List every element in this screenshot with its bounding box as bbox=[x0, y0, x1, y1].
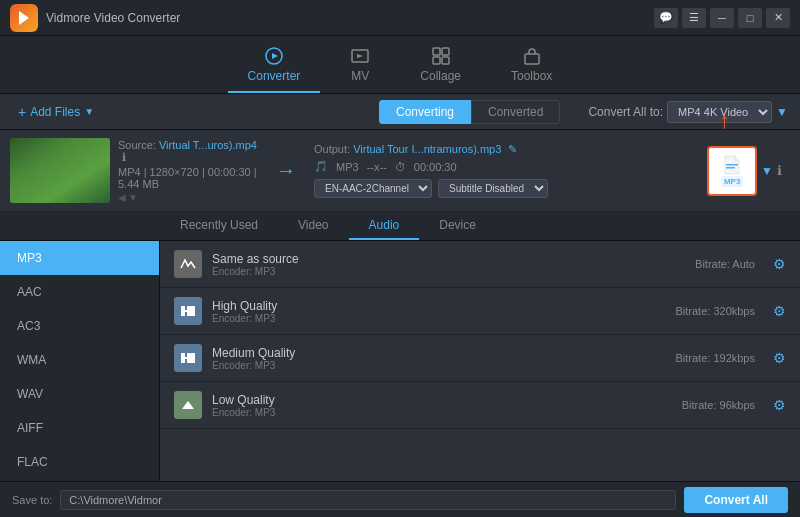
tab-collage[interactable]: Collage bbox=[400, 40, 481, 93]
category-recently-used[interactable]: Recently Used bbox=[160, 212, 278, 240]
quality-name-low: Low Quality bbox=[212, 393, 672, 407]
converter-icon bbox=[264, 46, 284, 66]
svg-rect-17 bbox=[726, 167, 735, 169]
channel-select[interactable]: EN-AAC-2Channel bbox=[314, 179, 432, 198]
menu-button[interactable]: ☰ bbox=[682, 8, 706, 28]
format-wma[interactable]: WMA bbox=[0, 343, 159, 377]
output-format-icon: 🎵 bbox=[314, 160, 328, 173]
svg-rect-16 bbox=[726, 164, 738, 166]
convert-all-dropdown-icon: ▼ bbox=[776, 105, 788, 119]
bottom-bar: Save to: C:\Vidmore\Vidmor Convert All bbox=[0, 481, 800, 517]
svg-marker-0 bbox=[19, 11, 29, 25]
svg-rect-22 bbox=[181, 310, 191, 312]
category-device[interactable]: Device bbox=[419, 212, 496, 240]
quality-medium[interactable]: Medium Quality Encoder: MP3 Bitrate: 192… bbox=[160, 335, 800, 382]
output-controls: 🎵 MP3 --x-- ⏱ 00:00:30 bbox=[314, 160, 699, 173]
tab-mv-label: MV bbox=[351, 69, 369, 83]
settings-icon-medium[interactable]: ⚙ bbox=[773, 350, 786, 366]
quality-icon-auto bbox=[174, 250, 202, 278]
source-filename: Virtual T...uros).mp4 bbox=[159, 139, 257, 151]
settings-icon-low[interactable]: ⚙ bbox=[773, 397, 786, 413]
format-info-icon[interactable]: ℹ bbox=[777, 163, 782, 178]
quality-bitrate-medium: Bitrate: 192kbps bbox=[676, 352, 756, 364]
quality-encoder-same-as-source: Encoder: MP3 bbox=[212, 266, 685, 277]
mv-icon bbox=[350, 46, 370, 66]
quality-same-as-source[interactable]: Same as source Encoder: MP3 Bitrate: Aut… bbox=[160, 241, 800, 288]
quality-icon-low bbox=[174, 391, 202, 419]
svg-rect-10 bbox=[10, 178, 110, 203]
svg-point-13 bbox=[78, 155, 102, 191]
file-output: Output: Virtual Tour I...ntramuros).mp3 … bbox=[314, 143, 699, 198]
quality-name-same-as-source: Same as source bbox=[212, 252, 685, 266]
add-files-button[interactable]: + Add Files ▼ bbox=[12, 100, 100, 124]
quality-icon-medium bbox=[174, 344, 202, 372]
output-time: 00:00:30 bbox=[414, 161, 457, 173]
maximize-button[interactable]: □ bbox=[738, 8, 762, 28]
tab-mv[interactable]: MV bbox=[330, 40, 390, 93]
quality-bitrate-same-as-source: Bitrate: Auto bbox=[695, 258, 755, 270]
format-ac3[interactable]: AC3 bbox=[0, 309, 159, 343]
svg-rect-28 bbox=[191, 353, 195, 363]
quality-high[interactable]: High Quality Encoder: MP3 Bitrate: 320kb… bbox=[160, 288, 800, 335]
format-wav[interactable]: WAV bbox=[0, 377, 159, 411]
quality-low[interactable]: Low Quality Encoder: MP3 Bitrate: 96kbps… bbox=[160, 382, 800, 429]
svg-rect-4 bbox=[433, 48, 440, 55]
close-button[interactable]: ✕ bbox=[766, 8, 790, 28]
format-flac[interactable]: FLAC bbox=[0, 445, 159, 479]
subtitle-select[interactable]: Subtitle Disabled bbox=[438, 179, 548, 198]
convert-all-button[interactable]: Convert All bbox=[684, 487, 788, 513]
tab-converting[interactable]: Converting bbox=[379, 100, 471, 124]
titlebar: Vidmore Video Converter 💬 ☰ ─ □ ✕ bbox=[0, 0, 800, 36]
settings-icon-high[interactable]: ⚙ bbox=[773, 303, 786, 319]
svg-rect-27 bbox=[181, 357, 191, 359]
chevron-left-icon[interactable]: ◀ bbox=[118, 192, 126, 203]
clock-icon: ⏱ bbox=[395, 161, 406, 173]
quality-encoder-medium: Encoder: MP3 bbox=[212, 360, 666, 371]
quality-encoder-low: Encoder: MP3 bbox=[212, 407, 672, 418]
minimize-button[interactable]: ─ bbox=[710, 8, 734, 28]
quality-info-medium: Medium Quality Encoder: MP3 bbox=[212, 346, 666, 371]
tab-toolbox-label: Toolbox bbox=[511, 69, 552, 83]
format-mp3[interactable]: MP3 bbox=[0, 241, 159, 275]
format-panel: MP3 AAC AC3 WMA WAV AIFF FLAC MKA Same a… bbox=[0, 241, 800, 513]
format-sidebar: MP3 AAC AC3 WMA WAV AIFF FLAC MKA bbox=[0, 241, 160, 513]
nav-tabs: Converter MV Collage Toolb bbox=[0, 36, 800, 94]
save-path-input[interactable]: C:\Vidmore\Vidmor bbox=[60, 490, 676, 510]
chat-button[interactable]: 💬 bbox=[654, 8, 678, 28]
svg-rect-15 bbox=[10, 193, 110, 203]
svg-marker-2 bbox=[272, 53, 278, 59]
convert-all-label: Convert All to: bbox=[588, 105, 663, 119]
quality-encoder-high: Encoder: MP3 bbox=[212, 313, 666, 324]
settings-icon-same-as-source[interactable]: ⚙ bbox=[773, 256, 786, 272]
edit-icon[interactable]: ✎ bbox=[508, 143, 517, 155]
quality-bitrate-high: Bitrate: 320kbps bbox=[676, 305, 756, 317]
category-audio[interactable]: Audio bbox=[349, 212, 420, 240]
toolbar: + Add Files ▼ Converting Converted Conve… bbox=[0, 94, 800, 130]
quality-name-high: High Quality bbox=[212, 299, 666, 313]
tab-converted[interactable]: Converted bbox=[471, 100, 560, 124]
format-icon-box[interactable]: MP3 bbox=[707, 146, 757, 196]
svg-rect-5 bbox=[442, 48, 449, 55]
toolbox-icon bbox=[522, 46, 542, 66]
tab-converter[interactable]: Converter bbox=[228, 40, 321, 93]
quality-info-high: High Quality Encoder: MP3 bbox=[212, 299, 666, 324]
output-bitrate: --x-- bbox=[367, 161, 387, 173]
app-logo bbox=[10, 4, 38, 32]
source-label: Source: bbox=[118, 139, 159, 151]
format-dropdown-arrow-icon[interactable]: ▼ bbox=[761, 164, 773, 178]
app-title: Vidmore Video Converter bbox=[46, 11, 654, 25]
tab-toolbox[interactable]: Toolbox bbox=[491, 40, 572, 93]
svg-rect-7 bbox=[442, 57, 449, 64]
format-aac[interactable]: AAC bbox=[0, 275, 159, 309]
quality-list: Same as source Encoder: MP3 Bitrate: Aut… bbox=[160, 241, 800, 513]
svg-rect-23 bbox=[191, 306, 195, 316]
add-files-label: Add Files bbox=[30, 105, 80, 119]
format-aiff[interactable]: AIFF bbox=[0, 411, 159, 445]
info-icon[interactable]: ℹ bbox=[122, 151, 126, 163]
category-video[interactable]: Video bbox=[278, 212, 348, 240]
file-row: Source: Virtual T...uros).mp4 ℹ MP4 | 12… bbox=[0, 130, 800, 212]
chevron-down-icon[interactable]: ▼ bbox=[128, 192, 138, 203]
file-thumbnail bbox=[10, 138, 110, 203]
dropdown-arrow-icon: ▼ bbox=[84, 106, 94, 117]
tab-converter-label: Converter bbox=[248, 69, 301, 83]
